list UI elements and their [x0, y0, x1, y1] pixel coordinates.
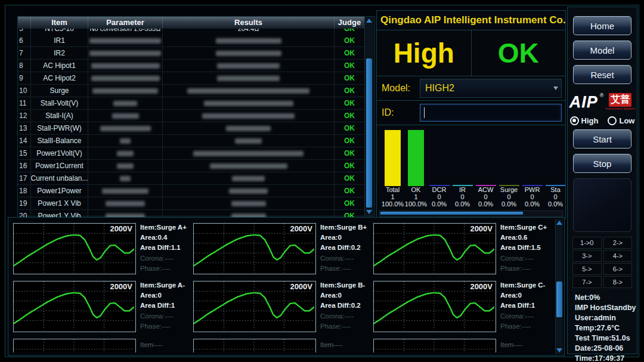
row-results-redacted: [163, 72, 335, 84]
row-parameter-redacted: [88, 160, 163, 172]
surge-waveform-curve: [194, 293, 314, 324]
io-cell-4[interactable]: 4->: [603, 250, 633, 262]
waveform-row-partial: Item----Item----Item----: [13, 336, 555, 354]
model-select[interactable]: HIGH2: [420, 79, 562, 98]
radio-icon[interactable]: [608, 116, 617, 125]
row-results-redacted: [163, 197, 335, 209]
radio-icon[interactable]: [570, 116, 579, 125]
io-cell-6[interactable]: 6->: [603, 263, 633, 275]
reset-button[interactable]: Reset: [573, 65, 631, 84]
table-row[interactable]: 6IR1OK: [18, 35, 364, 47]
row-index: 5: [18, 29, 31, 35]
redacted-text: [117, 151, 134, 156]
chart-scrollbar[interactable]: [379, 211, 563, 217]
waveform-plot[interactable]: 2000V: [193, 281, 316, 332]
table-scrollbar-thumb[interactable]: [366, 58, 372, 208]
table-row[interactable]: 13Stall-PWR(W)OK: [18, 122, 364, 135]
logo-cn-text: 艾普: [609, 93, 631, 107]
waveform-panel: 2000VItem:Surge A+Area:0.4Area Diff:1.1C…: [13, 221, 193, 279]
table-row[interactable]: 16Power1CurrentOK: [18, 160, 364, 172]
voltage-label: 2000V: [470, 224, 493, 233]
redacted-text: [229, 188, 268, 194]
waveform-plot[interactable]: [193, 339, 316, 352]
waveform-info: Item:Surge C+Area:0.6Area Diff:1.5Corona…: [500, 221, 553, 279]
chart-column-total: Total1100.0%: [381, 129, 404, 212]
table-row[interactable]: 17Current unbalan...OK: [18, 172, 364, 185]
waveform-plot[interactable]: [373, 339, 496, 352]
io-cell-1[interactable]: 1->0: [572, 237, 602, 249]
waveform-scrollbar-thumb[interactable]: [556, 281, 562, 317]
redacted-text: [120, 138, 131, 144]
stop-button[interactable]: Stop: [573, 154, 631, 173]
row-parameter-redacted: [88, 85, 163, 97]
chevron-down-icon[interactable]: [553, 86, 558, 90]
redacted-text: [193, 151, 304, 156]
chart-category-label: ACW: [478, 186, 494, 193]
radio-high[interactable]: High: [570, 116, 599, 125]
table-row[interactable]: 15Power1Volt(V)OK: [18, 147, 364, 160]
scroll-up-icon[interactable]: [366, 18, 372, 23]
waveform-panel: 2000VItem:Surge B-Area:0Area Diff:0.2Cor…: [193, 279, 373, 336]
waveform-area-label: Area:0: [140, 290, 193, 301]
row-index: 19: [18, 197, 31, 209]
io-cell-7[interactable]: 7->: [572, 276, 602, 288]
io-cell-8[interactable]: 8->: [603, 276, 633, 288]
table-row[interactable]: 18Power1PowerOK: [18, 185, 364, 197]
row-results-redacted: [163, 147, 335, 159]
row-judge: OK: [335, 185, 364, 197]
chart-scrollbar-thumb[interactable]: [380, 212, 523, 215]
table-row[interactable]: 8AC Hipot1OK: [18, 60, 364, 72]
waveform-plot[interactable]: 2000V: [373, 223, 496, 274]
table-row[interactable]: 14StallI-BalanceOK: [18, 135, 364, 147]
aip-logo: AIP ® 艾普 Instrument System: [568, 89, 637, 115]
waveform-plot[interactable]: 2000V: [13, 223, 136, 274]
waveform-item-label: Item----: [500, 336, 523, 354]
redacted-text: [106, 201, 145, 206]
row-judge: OK: [335, 29, 364, 35]
waveform-phase-label: Phase:----: [320, 321, 373, 332]
io-cell-5[interactable]: 5->: [572, 263, 602, 275]
row-judge: OK: [335, 135, 364, 147]
row-results-redacted: [163, 172, 335, 184]
start-button[interactable]: Start: [573, 129, 631, 148]
waveform-plot[interactable]: 2000V: [193, 223, 316, 274]
row-judge: OK: [335, 122, 364, 134]
scroll-down-icon[interactable]: [366, 210, 372, 214]
table-row[interactable]: 12Stall-I(A)OK: [18, 110, 364, 122]
row-results-redacted: [163, 35, 335, 47]
id-input[interactable]: [420, 104, 562, 122]
home-button[interactable]: Home: [573, 16, 631, 35]
table-scrollbar[interactable]: [364, 17, 374, 216]
waveform-plot[interactable]: 2000V: [13, 281, 136, 332]
scroll-up-icon[interactable]: [556, 221, 562, 225]
row-index: 9: [18, 72, 31, 84]
row-results-redacted: [163, 122, 335, 134]
row-index: 16: [18, 160, 31, 172]
voltage-label: 2000V: [110, 224, 132, 233]
waveform-area-diff-label: Area Diff:0.2: [320, 243, 373, 253]
waveform-plot[interactable]: [13, 339, 136, 352]
radio-low[interactable]: Low: [608, 116, 634, 125]
waveform-scrollbar[interactable]: [555, 219, 563, 354]
io-cell-3[interactable]: 3->: [572, 250, 602, 262]
row-judge: OK: [335, 197, 364, 209]
table-row[interactable]: 11Stall-Volt(V)OK: [18, 97, 364, 110]
table-row[interactable]: 19Power1 X VibOK: [18, 197, 364, 210]
row-parameter-redacted: [88, 122, 163, 134]
chart-category-label: Surge: [500, 186, 518, 193]
chart-category-label: IR: [459, 186, 466, 193]
io-cell-2[interactable]: 2->: [603, 237, 633, 249]
table-row[interactable]: 10SurgeOK: [18, 85, 364, 97]
table-row[interactable]: 7IR2OK: [18, 47, 364, 60]
waveform-plot[interactable]: 2000V: [373, 281, 496, 332]
scroll-down-icon[interactable]: [556, 348, 562, 352]
chart-percent-label: 0.0%: [501, 200, 516, 208]
table-row-partial[interactable]: 5 NTC5-10 No conversion 1.0-555Ω 204.4Ω …: [18, 29, 364, 35]
status-list: Net:0%IMP HostStandbyUser:adminTemp:27.6…: [575, 293, 637, 362]
row-index: 18: [18, 185, 31, 197]
table-row[interactable]: 9AC Hipot2OK: [18, 72, 364, 85]
row-judge: OK: [335, 160, 364, 172]
chart-count-label: 0: [460, 193, 464, 200]
status-line: IMP HostStandby: [575, 303, 637, 313]
model-button[interactable]: Model: [573, 41, 631, 60]
